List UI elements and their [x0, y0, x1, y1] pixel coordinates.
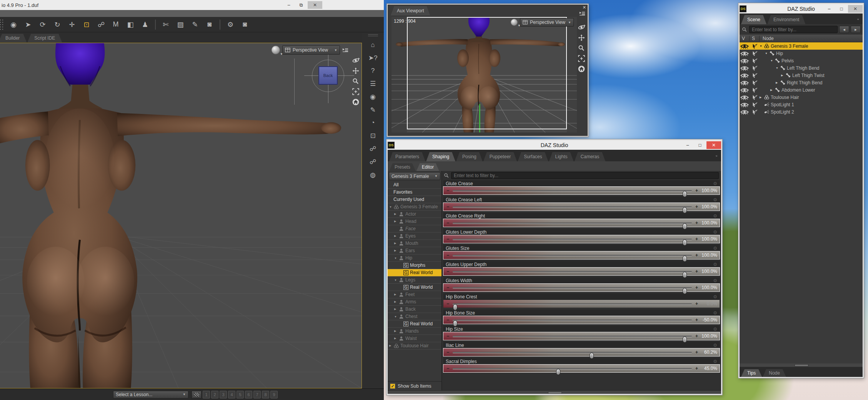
- show-sub-items-checkbox[interactable]: ✓: [390, 383, 395, 389]
- view-sphere-icon[interactable]: ▼: [272, 46, 280, 54]
- slider-track[interactable]: [453, 255, 692, 256]
- expander-icon[interactable]: [389, 206, 393, 208]
- parameter-value[interactable]: 45.0%: [700, 366, 717, 371]
- toolbar-tool-button[interactable]: ⟳: [36, 19, 49, 30]
- side-pane-tab-icon[interactable]: ☍: [365, 158, 381, 166]
- visibility-eye-icon[interactable]: [740, 109, 750, 115]
- toolbar-tool-button[interactable]: ☍: [95, 19, 108, 30]
- increment-icon[interactable]: +: [695, 366, 698, 371]
- slider-handle[interactable]: [453, 304, 457, 310]
- lesson-step-button[interactable]: 2: [211, 391, 218, 398]
- aux-viewport-tab[interactable]: Aux Viewport: [391, 6, 430, 15]
- expander-icon[interactable]: [394, 308, 398, 311]
- toolbar-dock-handle[interactable]: [0, 19, 4, 30]
- shaping-nav-item[interactable]: Arms: [388, 298, 441, 306]
- slider-handle[interactable]: [683, 336, 687, 343]
- slider-track[interactable]: [453, 271, 692, 272]
- slider-handle[interactable]: [683, 256, 687, 262]
- slider-track[interactable]: [453, 190, 692, 191]
- shaping-titlebar[interactable]: DS DAZ Studio – □ ✕: [388, 141, 721, 150]
- parameter-gear-icon[interactable]: ⚙: [713, 246, 717, 251]
- parameter-slider[interactable]: − + 100.0%: [443, 203, 720, 211]
- pane-tab[interactable]: Shaping: [426, 152, 455, 161]
- parameter-value[interactable]: 60.2%: [700, 350, 717, 355]
- expander-icon[interactable]: [770, 89, 775, 92]
- camera-selector[interactable]: Perspective View ▼: [282, 45, 340, 55]
- aux-pane-menu-icon[interactable]: [579, 11, 585, 16]
- decrement-icon[interactable]: −: [446, 317, 449, 323]
- shaping-nav-item[interactable]: Hip: [388, 254, 441, 262]
- parameter-value[interactable]: 0.0%: [700, 301, 717, 306]
- pane-tab[interactable]: Scene: [741, 15, 766, 24]
- selectable-cursor-icon[interactable]: [750, 95, 760, 100]
- expander-icon[interactable]: [394, 220, 398, 223]
- increment-icon[interactable]: +: [695, 188, 698, 193]
- side-pane-tab-icon[interactable]: ☰: [365, 80, 381, 88]
- parameter-value[interactable]: 100.0%: [700, 220, 717, 226]
- scene-splitter[interactable]: [740, 363, 863, 367]
- visibility-eye-icon[interactable]: [740, 51, 750, 56]
- expander-icon[interactable]: [389, 344, 393, 347]
- slider-handle[interactable]: [683, 272, 687, 278]
- expander-icon[interactable]: [765, 52, 769, 55]
- slider-track[interactable]: [453, 320, 692, 321]
- parameter-gear-icon[interactable]: ⚙: [713, 181, 717, 186]
- increment-icon[interactable]: +: [695, 350, 698, 355]
- slider-track[interactable]: [453, 352, 692, 353]
- parameter-gear-icon[interactable]: ⚙: [713, 262, 717, 267]
- shaping-nav-item[interactable]: Mouth: [388, 240, 441, 247]
- scene-filter-input[interactable]: [749, 26, 838, 33]
- lesson-step-button[interactable]: 8: [262, 391, 269, 398]
- pane-tab[interactable]: Environment: [767, 15, 805, 24]
- expander-icon[interactable]: [394, 337, 398, 340]
- parameter-gear-icon[interactable]: ⚙: [713, 294, 717, 300]
- selectable-cursor-icon[interactable]: [750, 80, 760, 85]
- selectable-cursor-icon[interactable]: [750, 73, 760, 78]
- decrement-icon[interactable]: −: [446, 220, 449, 226]
- slider-track[interactable]: [453, 336, 692, 337]
- toolbar-tool-button[interactable]: [155, 20, 156, 30]
- side-pane-tab-icon[interactable]: ➤?: [365, 54, 381, 62]
- expander-icon[interactable]: [394, 257, 398, 259]
- parameter-slider[interactable]: − + -50.0%: [443, 316, 720, 324]
- slider-handle[interactable]: [683, 207, 687, 213]
- toolbar-tool-button[interactable]: ▨: [174, 19, 187, 30]
- search-icon[interactable]: [741, 27, 748, 32]
- decrement-icon[interactable]: −: [446, 350, 449, 355]
- toolbar-tool-button[interactable]: ◉: [7, 19, 20, 30]
- parameter-gear-icon[interactable]: ⚙: [713, 278, 717, 283]
- home-view-icon[interactable]: [352, 99, 360, 105]
- side-pane-tab-icon[interactable]: ◉: [365, 93, 381, 101]
- parameter-slider[interactable]: − + 100.0%: [443, 219, 720, 227]
- expander-icon[interactable]: [781, 74, 785, 77]
- pane-menu-icon[interactable]: [855, 17, 861, 22]
- bottom-tab[interactable]: Tips: [741, 369, 762, 377]
- increment-icon[interactable]: +: [695, 253, 698, 258]
- shaping-nav-item[interactable]: Feet: [388, 291, 441, 298]
- aux-camera-selector[interactable]: Perspective View ▼: [520, 18, 574, 27]
- visibility-eye-icon[interactable]: [740, 102, 750, 107]
- slider-handle[interactable]: [590, 353, 594, 359]
- side-strip-handle[interactable]: [368, 34, 378, 36]
- minimize-button[interactable]: –: [682, 141, 693, 149]
- decrement-icon[interactable]: −: [446, 301, 449, 306]
- increment-icon[interactable]: +: [695, 236, 698, 242]
- parameter-value[interactable]: 100.0%: [700, 333, 717, 339]
- increment-icon[interactable]: +: [695, 204, 698, 209]
- shaping-nav-item[interactable]: Back: [388, 306, 441, 313]
- expander-icon[interactable]: [776, 81, 780, 84]
- aux-close-icon[interactable]: ✕: [583, 5, 586, 10]
- shaping-nav-item[interactable]: G Real World: [388, 320, 441, 328]
- toolbar-tool-button[interactable]: ⊡: [80, 19, 93, 30]
- shaping-nav-item[interactable]: G Morphs: [388, 262, 441, 269]
- decrement-icon[interactable]: −: [446, 204, 449, 209]
- parameter-gear-icon[interactable]: ⚙: [713, 229, 717, 235]
- close-button[interactable]: ✕: [706, 141, 721, 149]
- lesson-step-button[interactable]: 1: [203, 391, 210, 398]
- parameter-slider[interactable]: − + 60.2%: [443, 348, 720, 356]
- decrement-icon[interactable]: −: [446, 366, 449, 371]
- main-3d-viewport[interactable]: Back ▼ Perspective View ▼: [0, 43, 362, 388]
- parameter-value[interactable]: 100.0%: [700, 285, 717, 290]
- close-button[interactable]: ✕: [308, 1, 322, 9]
- increment-icon[interactable]: +: [695, 333, 698, 339]
